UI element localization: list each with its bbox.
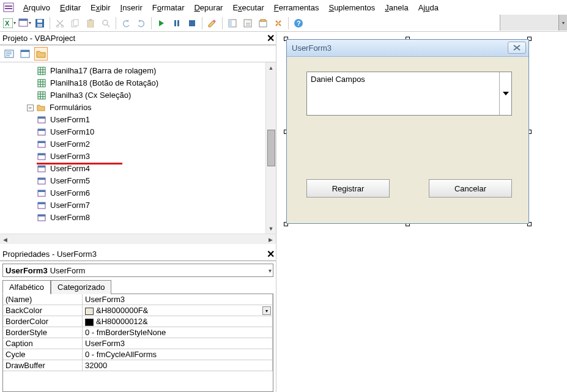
dropdown-icon[interactable]: ▾ — [262, 306, 271, 315]
tree-item-form[interactable]: UserForm5 — [12, 175, 276, 187]
menu-janela[interactable]: Janela — [380, 2, 413, 13]
run-icon[interactable] — [155, 17, 168, 30]
userform-body[interactable]: Daniel Campos Registrar Cancelar — [287, 57, 528, 223]
property-row[interactable]: BackColor&H8000000F&▾ — [3, 305, 273, 316]
registrar-button[interactable]: Registrar — [306, 179, 390, 198]
project-tree: Planilha17 (Barra de rolagem) Planilha18… — [0, 62, 276, 234]
dropdown-icon[interactable]: ▾ — [269, 267, 272, 274]
property-value[interactable]: 0 - fmBorderStyleNone — [83, 327, 273, 338]
tree-item-form[interactable]: UserForm7 — [12, 199, 276, 212]
property-value[interactable]: 0 - fmCycleAllForms — [83, 349, 273, 360]
project-explorer-icon[interactable] — [226, 17, 239, 30]
svg-rect-55 — [38, 129, 45, 131]
userform-close-button[interactable] — [508, 42, 526, 54]
help-icon[interactable]: ? — [292, 17, 305, 30]
menu-suplementos[interactable]: Suplementos — [324, 2, 380, 13]
userform-icon — [37, 176, 46, 186]
svg-line-17 — [107, 24, 109, 27]
svg-rect-27 — [261, 20, 265, 21]
stop-icon[interactable] — [185, 17, 199, 30]
property-row[interactable]: (Name)UserForm3 — [3, 294, 273, 305]
scroll-left-icon[interactable]: ◀ — [0, 234, 10, 245]
svg-rect-57 — [38, 141, 45, 143]
tree-hscrollbar[interactable]: ◀ ▶ — [0, 234, 276, 244]
property-value[interactable]: UserForm3 — [83, 294, 273, 305]
tree-item-form[interactable]: UserForm8 — [12, 212, 276, 224]
excel-icon[interactable]: X▾ — [2, 17, 16, 30]
menu-arquivo[interactable]: Arquivo — [18, 2, 55, 13]
insert-userform-icon[interactable]: ▾ — [18, 17, 31, 30]
collapse-icon[interactable]: − — [27, 105, 34, 111]
menu-editar[interactable]: Editar — [55, 2, 86, 13]
svg-rect-69 — [38, 215, 45, 216]
properties-object-selector[interactable]: UserForm3 UserForm ▾ — [2, 264, 273, 277]
combobox-value: Daniel Campos — [311, 75, 365, 84]
scroll-up-icon[interactable]: ▲ — [266, 62, 276, 73]
userform-preview[interactable]: UserForm3 Daniel Campos Registrar Cancel… — [286, 39, 529, 224]
property-value[interactable]: &H80000012& — [83, 316, 273, 327]
combobox-dropdown-button[interactable] — [499, 72, 511, 115]
toolbox-icon[interactable] — [272, 17, 285, 30]
svg-rect-19 — [177, 20, 179, 26]
menu-formatar[interactable]: Formatar — [147, 2, 190, 13]
toolbar-overflow-button[interactable]: ▾ — [558, 15, 567, 31]
copy-icon[interactable] — [69, 17, 82, 30]
find-icon[interactable] — [99, 17, 113, 30]
combobox-control[interactable]: Daniel Campos — [306, 72, 512, 116]
tree-item-form[interactable]: UserForm6 — [12, 187, 276, 199]
toggle-folders-icon[interactable] — [34, 47, 48, 61]
menu-executar[interactable]: Executar — [228, 2, 269, 13]
worksheet-icon — [37, 78, 46, 88]
menu-depurar[interactable]: Depurar — [189, 2, 228, 13]
save-icon[interactable] — [33, 17, 46, 30]
pause-icon[interactable] — [170, 17, 183, 30]
properties-icon[interactable] — [241, 17, 254, 30]
property-row[interactable]: Cycle0 - fmCycleAllForms — [3, 349, 273, 360]
property-value[interactable]: UserForm3 — [83, 338, 273, 349]
tab-categorized[interactable]: Categorizado — [51, 280, 111, 294]
property-row[interactable]: BorderStyle0 - fmBorderStyleNone — [3, 327, 273, 338]
svg-text:X: X — [5, 20, 10, 27]
tree-item-form[interactable]: UserForm4 — [12, 163, 276, 175]
tree-item-sheet[interactable]: Planilha3 (Cx Seleção) — [12, 89, 276, 102]
tree-scrollbar[interactable]: ▲ ▼ — [265, 62, 276, 234]
property-row[interactable]: CaptionUserForm3 — [3, 338, 273, 349]
properties-panel-title: Propriedades - UserForm3 — [2, 250, 97, 259]
menu-ferramentas[interactable]: Ferramentas — [269, 2, 324, 13]
design-mode-icon[interactable] — [206, 17, 219, 30]
object-browser-icon[interactable] — [256, 17, 270, 30]
properties-panel-close-icon[interactable]: ✕ — [267, 248, 275, 260]
paste-icon[interactable] — [84, 17, 97, 30]
cut-icon[interactable] — [53, 17, 67, 30]
menu-inserir[interactable]: Inserir — [116, 2, 147, 13]
tree-item-form-selected[interactable]: UserForm3 — [12, 150, 276, 163]
property-row[interactable]: BorderColor&H80000012& — [3, 316, 273, 327]
menu-exibir[interactable]: Exibir — [86, 2, 116, 13]
project-panel-close-icon[interactable]: ✕ — [267, 32, 275, 44]
property-value[interactable]: &H8000000F&▾ — [83, 305, 273, 316]
menu-ajuda[interactable]: Ajuda — [413, 2, 443, 13]
tree-item-sheet[interactable]: Planilha18 (Botão de Rotação) — [12, 77, 276, 89]
scroll-down-icon[interactable]: ▼ — [266, 223, 276, 234]
property-name: DrawBuffer — [3, 360, 83, 371]
tree-item-form[interactable]: UserForm10 — [12, 126, 276, 138]
tab-alphabetic[interactable]: Alfabético — [2, 280, 51, 294]
tree-item-sheet[interactable]: Planilha17 (Barra de rolagem) — [12, 65, 276, 77]
view-code-icon[interactable] — [2, 47, 16, 61]
svg-rect-2 — [5, 8, 12, 9]
property-row[interactable]: DrawBuffer32000 — [3, 360, 273, 371]
tree-item-form[interactable]: UserForm2 — [12, 138, 276, 150]
scroll-thumb[interactable] — [267, 130, 275, 166]
redo-icon[interactable] — [135, 17, 148, 30]
cancelar-button[interactable]: Cancelar — [429, 179, 512, 198]
svg-rect-8 — [37, 20, 42, 23]
userform-icon — [37, 188, 46, 198]
view-object-icon[interactable] — [18, 47, 32, 61]
scroll-right-icon[interactable]: ▶ — [265, 234, 276, 245]
property-value[interactable]: 32000 — [83, 360, 273, 371]
undo-icon[interactable] — [119, 17, 133, 30]
tree-item-form[interactable]: UserForm1 — [12, 114, 276, 126]
form-designer[interactable]: UserForm3 Daniel Campos Registrar Cancel… — [276, 32, 567, 392]
svg-rect-53 — [38, 117, 45, 119]
tree-folder-forms[interactable]: − Formulários — [12, 102, 276, 114]
